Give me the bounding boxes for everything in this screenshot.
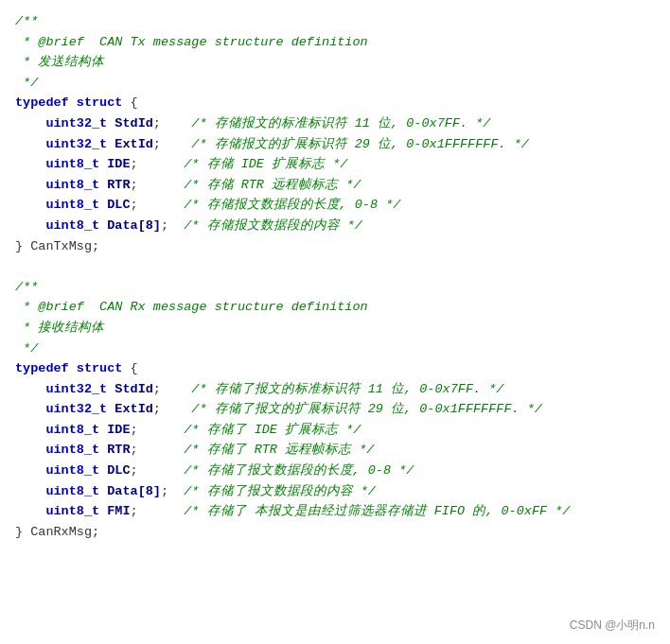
type-token: uint32_t — [45, 137, 107, 151]
comment-token: /* 存储了 IDE 扩展标志 */ — [184, 423, 361, 437]
code-line: uint8_t RTR; /* 存储 RTR 远程帧标志 */ — [15, 175, 655, 196]
comment-token: /* 存储报文数据段的内容 */ — [184, 218, 362, 233]
code-line: */ — [15, 339, 655, 359]
comment-token: /* 存储了 本报文是由经过筛选器存储进 FIFO 的, 0-0xFF */ — [184, 504, 570, 518]
normal-token: } CanRxMsg; — [15, 525, 99, 539]
comment-token: /* 存储报文的标准标识符 11 位, 0-0x7FF. */ — [191, 116, 490, 131]
comment-token: /* 存储了报文的标准标识符 11 位, 0-0x7FF. */ — [191, 382, 503, 396]
code-line: /** — [15, 277, 655, 298]
watermark: CSDN @小明n.n — [570, 617, 655, 635]
comment-text: */ — [15, 76, 38, 90]
comment-text: * 发送结构体 — [15, 55, 104, 69]
code-line — [15, 256, 655, 277]
type-token: uint32_t — [45, 382, 107, 396]
field-name-token: IDE — [107, 157, 130, 171]
type-token: uint32_t — [45, 402, 107, 416]
code-line: uint8_t Data[8]; /* 存储了报文数据段的内容 */ — [15, 481, 655, 502]
normal-token — [15, 198, 45, 212]
field-name-token: Data[8] — [107, 484, 161, 498]
type-token: uint8_t — [45, 198, 99, 212]
code-line: } CanTxMsg; — [15, 236, 655, 257]
normal-token — [15, 178, 45, 192]
code-line: uint8_t DLC; /* 存储了报文数据段的长度, 0-8 */ — [15, 461, 655, 481]
normal-token — [15, 504, 45, 518]
type-token: uint8_t — [45, 484, 99, 498]
code-line: typedef struct { — [15, 93, 655, 113]
field-name-token: StdId — [115, 116, 153, 131]
normal-token — [15, 137, 45, 151]
normal-token — [15, 382, 45, 396]
field-name-token: FMI — [107, 504, 130, 518]
comment-token: /* 存储 RTR 远程帧标志 */ — [184, 178, 361, 192]
code-container: /** * @brief CAN Tx message structure de… — [15, 11, 655, 542]
type-token: uint8_t — [45, 463, 99, 478]
type-token: uint8_t — [45, 218, 99, 233]
normal-token: ; — [131, 463, 185, 478]
comment-token: /* 存储 IDE 扩展标志 */ — [184, 157, 347, 171]
type-token: uint8_t — [45, 178, 99, 192]
field-name-token: StdId — [115, 382, 153, 396]
type-token: uint8_t — [45, 443, 99, 457]
code-line: /** — [15, 11, 655, 32]
code-line: * @brief CAN Tx message structure defini… — [15, 32, 655, 53]
code-line: * @brief CAN Rx message structure defini… — [15, 297, 655, 318]
keyword-token: typedef struct — [15, 96, 122, 110]
code-line: typedef struct { — [15, 358, 655, 379]
normal-token — [15, 116, 45, 131]
comment-text: /** — [15, 280, 38, 294]
field-name-token: ExtId — [115, 137, 153, 151]
normal-token: ; — [131, 198, 185, 212]
comment-token: /* 存储报文数据段的长度, 0-8 */ — [184, 198, 400, 212]
comment-token: /* 存储了报文数据段的内容 */ — [184, 484, 376, 498]
code-line: uint8_t IDE; /* 存储 IDE 扩展标志 */ — [15, 154, 655, 175]
normal-token: ; — [131, 423, 185, 437]
field-name-token: ExtId — [115, 402, 153, 416]
type-token: uint8_t — [45, 504, 99, 518]
keyword-token: typedef struct — [15, 361, 122, 375]
comment-text: * @brief CAN Tx message structure defini… — [15, 35, 368, 49]
normal-token: ; — [161, 484, 184, 498]
normal-token — [15, 218, 45, 233]
code-line: uint8_t DLC; /* 存储报文数据段的长度, 0-8 */ — [15, 195, 655, 216]
field-name-token: Data[8] — [107, 218, 161, 233]
normal-token: ; — [153, 116, 192, 131]
normal-token: ; — [131, 504, 185, 518]
type-token: uint8_t — [45, 423, 99, 437]
code-line: * 发送结构体 — [15, 52, 655, 73]
field-name-token: DLC — [107, 198, 130, 212]
comment-token: /* 存储了报文数据段的长度, 0-8 */ — [184, 463, 414, 478]
code-line: uint8_t IDE; /* 存储了 IDE 扩展标志 */ — [15, 420, 655, 441]
normal-token — [15, 484, 45, 498]
normal-token — [15, 157, 45, 171]
normal-token: { — [122, 361, 137, 375]
comment-text: */ — [15, 341, 38, 356]
normal-token: ; — [153, 402, 192, 416]
code-line: uint8_t FMI; /* 存储了 本报文是由经过筛选器存储进 FIFO 的… — [15, 501, 655, 522]
code-line: uint32_t ExtId; /* 存储报文的扩展标识符 29 位, 0-0x… — [15, 134, 655, 155]
type-token: uint32_t — [45, 116, 107, 131]
code-line: uint32_t StdId; /* 存储报文的标准标识符 11 位, 0-0x… — [15, 113, 655, 134]
normal-token: ; — [131, 157, 185, 171]
field-name-token: DLC — [107, 463, 130, 478]
normal-token — [15, 423, 45, 437]
code-line: } CanRxMsg; — [15, 522, 655, 543]
normal-token: { — [122, 96, 137, 110]
comment-token: /* 存储报文的扩展标识符 29 位, 0-0x1FFFFFFF. */ — [191, 137, 529, 151]
field-name-token: RTR — [107, 443, 130, 457]
normal-token — [15, 463, 45, 478]
comment-text: /** — [15, 14, 38, 28]
code-line: */ — [15, 73, 655, 94]
normal-token: ; — [131, 443, 185, 457]
field-name-token: RTR — [107, 178, 130, 192]
code-line: * 接收结构体 — [15, 318, 655, 339]
comment-text: * 接收结构体 — [15, 321, 104, 335]
field-name-token: IDE — [107, 423, 130, 437]
normal-token — [15, 443, 45, 457]
code-line: uint8_t Data[8]; /* 存储报文数据段的内容 */ — [15, 216, 655, 236]
comment-token: /* 存储了报文的扩展标识符 29 位, 0-0x1FFFFFFF. */ — [191, 402, 542, 416]
normal-token: } CanTxMsg; — [15, 239, 99, 253]
code-line: uint32_t ExtId; /* 存储了报文的扩展标识符 29 位, 0-0… — [15, 399, 655, 420]
type-token: uint8_t — [45, 157, 99, 171]
code-line: uint32_t StdId; /* 存储了报文的标准标识符 11 位, 0-0… — [15, 379, 655, 400]
normal-token: ; — [153, 382, 192, 396]
